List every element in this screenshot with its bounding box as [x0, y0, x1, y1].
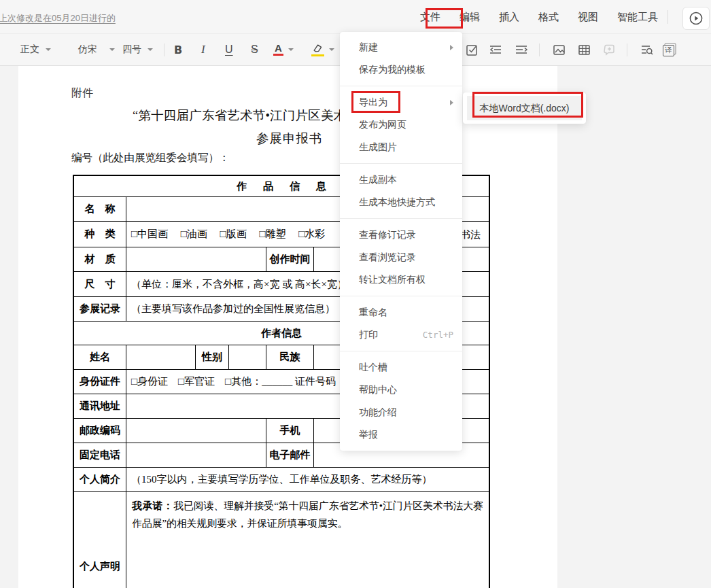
menu-item-help-center[interactable]: 帮助中心	[340, 379, 462, 401]
submenu-arrow-icon	[450, 45, 453, 50]
material-input-cell[interactable]	[126, 247, 266, 271]
present-button[interactable]	[682, 7, 710, 30]
paragraph-style-value: 正文	[20, 44, 39, 56]
statement-label: 个人声明	[74, 492, 126, 588]
menu-item-view-revision-history[interactable]: 查看修订记录	[340, 224, 462, 246]
menu-divider	[340, 86, 462, 86]
menu-item-rename[interactable]: 重命名	[340, 301, 462, 324]
menu-item-label: 查看浏览记录	[359, 252, 416, 262]
strikethrough-button[interactable]: S	[251, 34, 258, 65]
chevron-down-icon	[288, 48, 294, 51]
menu-item-print[interactable]: 打印Ctrl+P	[340, 324, 462, 346]
menu-item-label: 查看修订记录	[359, 229, 416, 240]
creation-time-label: 创作时间	[266, 247, 313, 271]
bold-icon: B	[174, 44, 182, 56]
menu-item-generate-image[interactable]: 生成图片	[340, 136, 462, 158]
menu-item-label: 帮助中心	[359, 384, 397, 395]
telephone-label: 固定电话	[74, 443, 126, 467]
size-hint: （单位：厘米，不含外框，高×宽 或 高×长×宽）	[131, 278, 347, 291]
menu-item-publish-as-webpage[interactable]: 发布为网页	[340, 114, 462, 136]
translate-button[interactable]: 译	[663, 34, 674, 65]
menu-insert[interactable]: 插入	[498, 9, 521, 26]
italic-icon: I	[201, 43, 205, 56]
outdent-button[interactable]	[489, 34, 502, 65]
paragraph-style-dropdown[interactable]: 正文	[20, 34, 51, 65]
document-page[interactable]: 附件 “第十四届广东省艺术节•江门片区美术书法大赛作品展 参展申报书 编号（此处…	[18, 66, 557, 588]
find-replace-button[interactable]	[640, 34, 654, 65]
menu-item-label: 功能介绍	[359, 407, 397, 417]
submenu-item-local-word-docx[interactable]: 本地Word文档(.docx)	[467, 96, 582, 120]
menu-item-label: 生成图片	[359, 141, 397, 152]
add-comment-button	[603, 34, 616, 65]
menu-item-create-local-shortcut[interactable]: 生成本地快捷方式	[340, 191, 462, 213]
underline-button[interactable]: U	[225, 34, 233, 65]
menu-item-label: 发布为网页	[359, 119, 406, 130]
menu-item-create-copy[interactable]: 生成副本	[340, 169, 462, 191]
menu-divider	[340, 351, 462, 351]
menu-edit[interactable]: 编辑	[458, 9, 481, 26]
menu-item-label: 导出为	[359, 97, 387, 107]
indent-button[interactable]	[515, 34, 528, 65]
menu-file[interactable]: 文件	[419, 9, 442, 26]
chevron-down-icon	[329, 48, 334, 51]
menu-item-label: 吐个槽	[359, 362, 387, 373]
menu-format[interactable]: 格式	[537, 9, 560, 26]
menu-item-feedback[interactable]: 吐个槽	[340, 356, 462, 379]
size-label: 尺 寸	[74, 272, 126, 296]
menu-view[interactable]: 视图	[576, 9, 600, 26]
highlight-color-button[interactable]	[311, 34, 334, 65]
last-modified-link[interactable]: 上次修改是在05月20日进行的	[0, 12, 116, 24]
ethnicity-label: 民族	[266, 345, 313, 369]
menu-item-label: 生成本地快捷方式	[359, 196, 435, 207]
menu-item-new[interactable]: 新建	[340, 36, 462, 58]
menu-divider	[340, 296, 462, 296]
menu-item-save-as-template[interactable]: 保存为我的模板	[340, 58, 462, 81]
form-number-line: 编号（此处由展览组委会填写）：	[71, 151, 230, 165]
insert-table-button[interactable]	[578, 34, 591, 65]
toolbar-divider	[164, 44, 164, 56]
menu-item-label: 保存为我的模板	[359, 64, 426, 75]
menu-item-report[interactable]: 举报	[340, 423, 462, 446]
gender-input-cell[interactable]	[228, 345, 266, 369]
menu-smart-tools[interactable]: 智能工具	[616, 9, 659, 26]
bold-button[interactable]: B	[174, 34, 182, 65]
menu-item-label: 打印	[359, 329, 378, 340]
font-color-button[interactable]: A	[273, 34, 294, 65]
mobile-label: 手机	[266, 419, 313, 443]
checklist-button[interactable]	[466, 34, 479, 65]
chevron-down-icon	[109, 48, 115, 51]
menu-item-label: 举报	[359, 429, 378, 440]
bio-hint-cell[interactable]: （150字以内，主要填写学历学位、工作单位及职务、艺术经历等）	[126, 468, 489, 491]
chevron-down-icon	[46, 48, 51, 51]
attachment-label: 附件	[71, 86, 93, 101]
menu-item-export-as[interactable]: 导出为	[340, 91, 462, 114]
name-label: 名 称	[74, 197, 126, 221]
font-size-dropdown[interactable]: 四号	[122, 34, 153, 65]
telephone-input-cell[interactable]	[126, 443, 266, 467]
font-family-dropdown[interactable]: 仿宋	[78, 34, 115, 65]
italic-button[interactable]: I	[201, 34, 205, 65]
table-row: 个人简介 （150字以内，主要填写学历学位、工作单位及职务、艺术经历等）	[74, 467, 489, 491]
menu-item-label: 重命名	[359, 307, 387, 317]
zip-input-cell[interactable]	[126, 419, 266, 443]
font-size-value: 四号	[122, 44, 141, 56]
highlighter-icon	[311, 44, 324, 56]
author-name-input-cell[interactable]	[126, 345, 195, 369]
print-shortcut: Ctrl+P	[423, 324, 453, 346]
menubar-divider	[667, 10, 668, 24]
statement-cell[interactable]: 我承诺：我已阅读、理解并接受“第十四届广东省艺术节•江门片区美术书法大赛作品展”…	[126, 492, 489, 588]
menu-item-feature-intro[interactable]: 功能介绍	[340, 401, 462, 423]
menu-item-transfer-ownership[interactable]: 转让文档所有权	[340, 269, 462, 291]
statement-text: 我承诺：我已阅读、理解并接受“第十四届广东省艺术节•江门片区美术书法大赛作品展”…	[126, 492, 489, 532]
submenu-arrow-icon	[450, 100, 453, 105]
id-options: □身份证 □军官证 □其他：______ 证件号码	[131, 375, 336, 388]
email-label: 电子邮件	[266, 443, 313, 467]
bio-hint: （150字以内，主要填写学历学位、工作单位及职务、艺术经历等）	[131, 473, 432, 486]
menu-item-label: 生成副本	[359, 174, 397, 185]
file-menu-dropdown: 新建 保存为我的模板 导出为 发布为网页 生成图片 生成副本 生成本地快捷方式 …	[340, 32, 462, 451]
export-submenu: 本地Word文档(.docx)	[463, 92, 586, 124]
category-options: □中国画 □油画 □版画 □雕塑 □水彩	[131, 228, 325, 241]
insert-image-button[interactable]	[553, 34, 566, 65]
menu-item-view-browse-history[interactable]: 查看浏览记录	[340, 246, 462, 269]
chevron-down-icon	[148, 48, 153, 51]
